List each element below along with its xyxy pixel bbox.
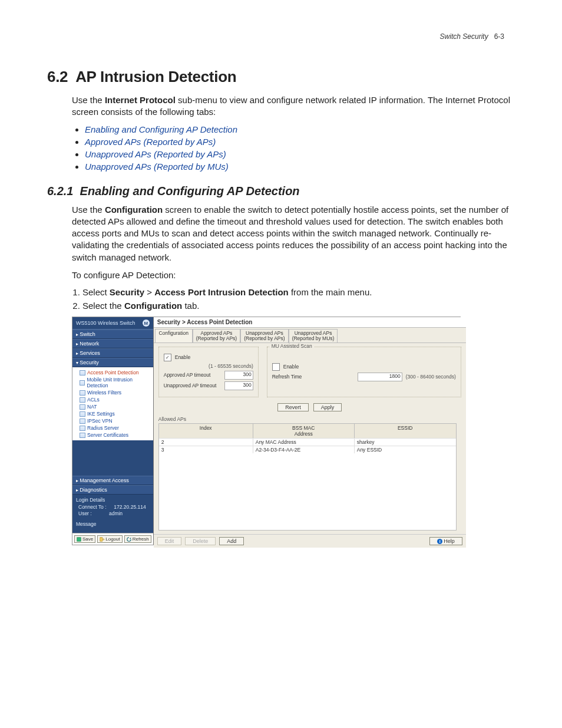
timeout-range: (1 - 65535 seconds) — [209, 363, 253, 369]
nav-diagnostics[interactable]: Diagnostics — [72, 485, 153, 495]
folder-icon — [80, 404, 85, 410]
tab-row: Configuration Approved APs (Reported by … — [154, 328, 466, 343]
allowed-aps-table: Index BSS MAC Address ESSID 2 Any MAC Ad… — [158, 423, 457, 531]
login-details-box: Login Details Connect To : 172.20.25.114… — [72, 495, 153, 520]
intro-bold: Internet Protocol — [105, 95, 176, 105]
table-row[interactable]: 2 Any MAC Address sharkey — [159, 438, 456, 446]
enable-detection-label: Enable — [175, 354, 190, 360]
brand-logo-icon: M — [143, 319, 150, 327]
approved-timeout-label: Approved AP timeout — [164, 372, 221, 378]
link-approved-aps[interactable]: Approved APs (Reported by APs) — [85, 137, 515, 147]
steps-list: Select Security > Access Port Intrusion … — [47, 287, 515, 311]
apply-button[interactable]: Apply — [313, 403, 342, 411]
svg-rect-0 — [77, 537, 81, 541]
tree-access-point-detection[interactable]: Access Point Detection — [74, 369, 152, 376]
revert-apply-row: Revert Apply — [158, 403, 461, 411]
security-tree: Access Point Detection Mobile Unit Intru… — [72, 367, 153, 440]
to-configure-line: To configure AP Detection: — [72, 269, 515, 281]
save-icon — [77, 537, 81, 542]
delete-button[interactable]: Delete — [185, 537, 216, 545]
folder-icon — [80, 397, 85, 403]
login-user-value: admin — [109, 510, 123, 516]
brand-bar: WS5100 Wireless Switch M — [72, 317, 153, 330]
logout-icon — [100, 537, 104, 542]
config-form: ✓ Enable (1 - 65535 seconds) Approved AP… — [154, 343, 466, 534]
folder-icon — [80, 380, 85, 386]
help-icon: i — [437, 539, 442, 544]
login-connect-value: 172.20.25.114 — [114, 504, 146, 510]
mu-scan-group: MU Assisted Scan Enable Refresh Time 180… — [267, 347, 461, 397]
refresh-icon — [127, 537, 131, 542]
tree-ipsec-vpn[interactable]: IPSec VPN — [74, 417, 152, 424]
step-2: Select the Configuration tab. — [82, 301, 515, 311]
folder-icon — [80, 433, 85, 438]
table-header-row: Index BSS MAC Address ESSID — [159, 424, 456, 438]
step-1: Select Security > Access Port Intrusion … — [82, 287, 515, 297]
mu-enable-checkbox[interactable] — [272, 363, 280, 371]
sidebar-button-row: Save Logout Refresh — [72, 533, 153, 545]
nav-switch[interactable]: Switch — [72, 330, 153, 339]
mu-scan-legend: MU Assisted Scan — [270, 343, 314, 349]
approved-timeout-input[interactable]: 300 — [224, 371, 253, 380]
embedded-screenshot: WS5100 Wireless Switch M Switch Network … — [72, 317, 461, 545]
revert-button[interactable]: Revert — [277, 403, 309, 411]
add-button[interactable]: Add — [219, 537, 244, 545]
nav-security[interactable]: Security — [72, 358, 153, 367]
tree-acls[interactable]: ACLs — [74, 396, 152, 403]
runhead-page: 6-3 — [494, 32, 504, 41]
refresh-time-input[interactable]: 1800 — [358, 373, 402, 381]
tree-radius-server[interactable]: Radius Server — [74, 424, 152, 431]
detection-group: ✓ Enable (1 - 65535 seconds) Approved AP… — [158, 347, 259, 397]
nav-network[interactable]: Network — [72, 339, 153, 348]
link-unapproved-aps-ap[interactable]: Unapproved APs (Reported by APs) — [85, 149, 515, 159]
col-essid[interactable]: ESSID — [355, 424, 456, 438]
logout-button[interactable]: Logout — [97, 535, 122, 543]
nav-management-access[interactable]: Management Access — [72, 476, 153, 485]
tab-unapproved-aps-ap[interactable]: Unapproved APs (Reported by APs) — [240, 329, 288, 342]
folder-icon — [80, 419, 85, 424]
message-title: Message — [76, 521, 150, 527]
intro-paragraph: Use the Internet Protocol sub-menu to vi… — [72, 94, 515, 118]
link-enable-config[interactable]: Enabling and Configuring AP Detection — [85, 124, 515, 134]
tab-approved-aps[interactable]: Approved APs (Reported by APs) — [193, 329, 240, 342]
refresh-range: (300 - 86400 seconds) — [406, 374, 456, 380]
enable-detection-checkbox[interactable]: ✓ — [164, 354, 171, 361]
allowed-aps-label: Allowed APs — [158, 416, 461, 422]
unapproved-timeout-input[interactable]: 300 — [224, 381, 253, 390]
col-index[interactable]: Index — [159, 424, 253, 438]
unapproved-timeout-label: Unapproved AP timeout — [164, 383, 221, 388]
tree-ike-settings[interactable]: IKE Settings — [74, 410, 152, 417]
tab-unapproved-aps-mu[interactable]: Unapproved APs (Reported by MUs) — [289, 329, 338, 342]
config-paragraph: Use the Configuration screen to enable t… — [72, 204, 515, 263]
help-button[interactable]: iHelp — [429, 537, 462, 545]
refresh-time-label: Refresh Time — [272, 374, 313, 380]
mu-enable-label: Enable — [283, 364, 299, 370]
table-row[interactable]: 3 A2-34-D3-F4-AA-2E Any ESSID — [159, 446, 456, 453]
save-button[interactable]: Save — [74, 535, 95, 543]
message-box: Message — [72, 520, 153, 533]
col-bss-mac[interactable]: BSS MAC Address — [253, 424, 355, 438]
brand-label: WS5100 Wireless Switch — [76, 320, 135, 326]
runhead-label: Switch Security — [440, 32, 488, 41]
main-panel: Security > Access Point Detection Config… — [154, 317, 466, 545]
tree-server-certs[interactable]: Server Certificates — [74, 431, 152, 439]
login-title: Login Details — [76, 497, 150, 503]
tab-link-list: Enabling and Configuring AP Detection Ap… — [47, 124, 515, 172]
breadcrumb: Security > Access Point Detection — [154, 317, 466, 328]
folder-icon — [80, 370, 85, 375]
nav-services[interactable]: Services — [72, 348, 153, 358]
folder-icon — [80, 426, 85, 431]
tree-wireless-filters[interactable]: Wireless Filters — [74, 389, 152, 396]
edit-button[interactable]: Edit — [157, 537, 182, 545]
link-unapproved-aps-mu[interactable]: Unapproved APs (Reported by MUs) — [85, 162, 515, 172]
heading-6-2: 6.2 AP Intrusion Detection — [47, 68, 515, 86]
tree-nat[interactable]: NAT — [74, 403, 152, 410]
folder-icon — [80, 411, 85, 417]
sidebar: WS5100 Wireless Switch M Switch Network … — [72, 317, 154, 545]
folder-icon — [80, 390, 85, 396]
tree-mu-intrusion[interactable]: Mobile Unit Intrusion Detection — [74, 376, 152, 389]
main-footer: Edit Delete Add iHelp — [154, 534, 466, 548]
tab-configuration[interactable]: Configuration — [155, 329, 193, 342]
refresh-button[interactable]: Refresh — [124, 535, 151, 543]
heading-6-2-1: 6.2.1 Enabling and Configuring AP Detect… — [47, 185, 515, 198]
